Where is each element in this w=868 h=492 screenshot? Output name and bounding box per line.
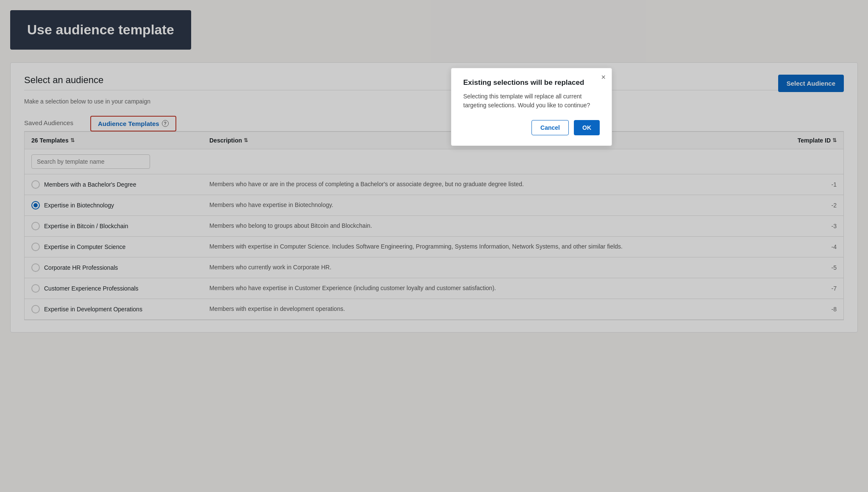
modal-title: Existing selections will be replaced (463, 78, 600, 87)
modal-overlay: × Existing selections will be replaced S… (0, 0, 868, 492)
modal-actions: Cancel OK (463, 120, 600, 135)
modal-close-button[interactable]: × (601, 73, 606, 81)
modal-body: Selecting this template will replace all… (463, 92, 600, 110)
confirmation-modal: × Existing selections will be replaced S… (451, 68, 612, 146)
modal-ok-button[interactable]: OK (574, 120, 600, 135)
modal-cancel-button[interactable]: Cancel (531, 120, 569, 135)
